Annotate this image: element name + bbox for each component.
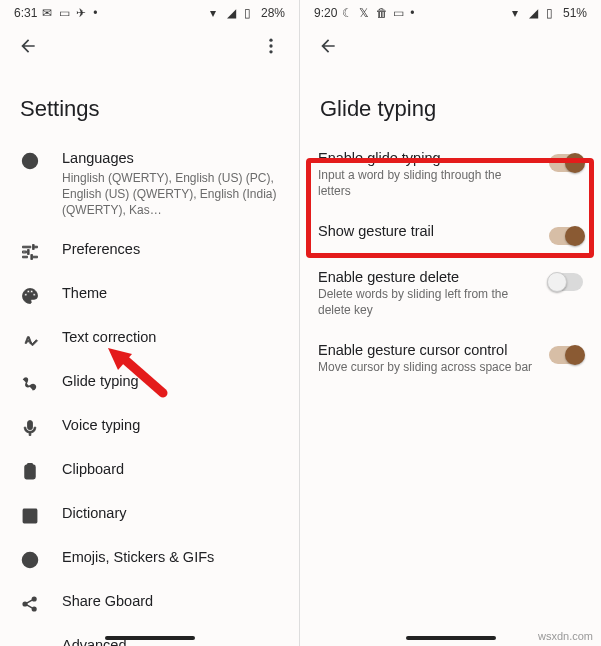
svg-point-8 <box>23 553 38 568</box>
wifi-icon: ▾ <box>210 7 222 19</box>
glide-typing-pane: 9:20 ☾ 𝕏 🗑 ▭ • ▾ ◢ ▯ 51% Glide typing <box>300 0 601 646</box>
switch[interactable] <box>549 154 583 172</box>
settings-item-dictionary[interactable]: Dictionary <box>0 493 299 537</box>
status-time: 6:31 <box>14 6 37 20</box>
arrow-back-icon <box>318 36 338 56</box>
calendar-icon: ▭ <box>59 7 71 19</box>
switch[interactable] <box>549 273 583 291</box>
row-subtitle: Delete words by sliding left from the de… <box>318 287 537 318</box>
book-icon <box>20 506 40 526</box>
page-title: Glide typing <box>300 68 601 138</box>
toggle-enable-gesture-cursor[interactable]: Enable gesture cursor control Move curso… <box>300 330 601 388</box>
nav-pill[interactable] <box>105 636 195 640</box>
svg-point-11 <box>23 603 27 607</box>
settings-item-share[interactable]: Share Gboard <box>0 581 299 625</box>
settings-item-languages[interactable]: Languages Hinglish (QWERTY), English (US… <box>0 138 299 229</box>
trash-icon: 🗑 <box>376 7 388 19</box>
settings-item-emojis[interactable]: Emojis, Stickers & GIFs <box>0 537 299 581</box>
row-subtitle: Hinglish (QWERTY), English (US) (PC), En… <box>62 170 279 219</box>
row-title: Glide typing <box>62 372 279 391</box>
settings-item-clipboard[interactable]: Clipboard <box>0 449 299 493</box>
row-title: Preferences <box>62 240 279 259</box>
row-title: Dictionary <box>62 504 279 523</box>
palette-icon <box>20 286 40 306</box>
app-bar <box>300 22 601 68</box>
clipboard-icon <box>20 462 40 482</box>
moon-icon: ☾ <box>342 7 354 19</box>
svg-line-15 <box>27 605 33 608</box>
nav-pill[interactable] <box>406 636 496 640</box>
emoji-icon <box>20 550 40 570</box>
app-bar <box>0 22 299 68</box>
toggle-show-gesture-trail[interactable]: Show gesture trail <box>300 211 601 257</box>
row-title: Text correction <box>62 328 279 347</box>
row-subtitle: Input a word by sliding through the lett… <box>318 168 537 199</box>
svg-point-2 <box>269 50 272 53</box>
folder-icon: ▭ <box>393 7 405 19</box>
page-title: Settings <box>0 68 299 138</box>
status-battery: 51% <box>563 6 587 20</box>
svg-point-9 <box>27 558 29 560</box>
row-title: Enable gesture delete <box>318 269 537 285</box>
status-bar: 9:20 ☾ 𝕏 🗑 ▭ • ▾ ◢ ▯ 51% <box>300 0 601 22</box>
row-title: Emojis, Stickers & GIFs <box>62 548 279 567</box>
row-title: Clipboard <box>62 460 279 479</box>
svg-point-12 <box>32 598 36 602</box>
wifi-icon: ▾ <box>512 7 524 19</box>
settings-item-text-correction[interactable]: Text correction <box>0 317 299 361</box>
row-title: Show gesture trail <box>318 223 537 239</box>
row-title: Share Gboard <box>62 592 279 611</box>
tune-icon <box>20 242 40 262</box>
svg-point-13 <box>32 608 36 612</box>
row-title: Enable glide typing <box>318 150 537 166</box>
gesture-icon <box>20 374 40 394</box>
row-title: Languages <box>62 149 279 168</box>
svg-point-1 <box>269 44 272 47</box>
settings-item-preferences[interactable]: Preferences <box>0 229 299 273</box>
status-battery: 28% <box>261 6 285 20</box>
svg-point-0 <box>269 39 272 42</box>
battery-icon: ▯ <box>546 7 558 19</box>
status-bar: 6:31 ✉ ▭ ✈ • ▾ ◢ ▯ 28% <box>0 0 299 22</box>
watermark: wsxdn.com <box>538 630 593 642</box>
spellcheck-icon <box>20 330 40 350</box>
signal-icon: ◢ <box>529 7 541 19</box>
row-title: Voice typing <box>62 416 279 435</box>
twitter-icon: 𝕏 <box>359 7 371 19</box>
mic-icon <box>20 418 40 438</box>
svg-rect-5 <box>28 464 33 467</box>
back-button[interactable] <box>14 32 42 60</box>
switch[interactable] <box>549 227 583 245</box>
more-vert-icon <box>261 36 281 56</box>
switch[interactable] <box>549 346 583 364</box>
status-time: 9:20 <box>314 6 337 20</box>
signal-icon: ◢ <box>227 7 239 19</box>
row-title: Theme <box>62 284 279 303</box>
row-title: Enable gesture cursor control <box>318 342 537 358</box>
overflow-menu-button[interactable] <box>257 32 285 60</box>
back-button[interactable] <box>314 32 342 60</box>
toggle-enable-gesture-delete[interactable]: Enable gesture delete Delete words by sl… <box>300 257 601 330</box>
toggle-enable-glide-typing[interactable]: Enable glide typing Input a word by slid… <box>300 138 601 211</box>
message-icon: ✉ <box>42 7 54 19</box>
share-icon <box>20 594 40 614</box>
more-horiz-icon <box>20 638 40 646</box>
settings-item-theme[interactable]: Theme <box>0 273 299 317</box>
battery-icon: ▯ <box>244 7 256 19</box>
settings-item-voice-typing[interactable]: Voice typing <box>0 405 299 449</box>
settings-item-glide-typing[interactable]: Glide typing <box>0 361 299 405</box>
svg-line-14 <box>27 600 33 603</box>
dot-icon: • <box>410 7 422 19</box>
arrow-back-icon <box>18 36 38 56</box>
row-subtitle: Move cursor by sliding across space bar <box>318 360 537 376</box>
globe-icon <box>20 151 40 171</box>
dot-icon: • <box>93 7 105 19</box>
location-icon: ✈ <box>76 7 88 19</box>
settings-pane: 6:31 ✉ ▭ ✈ • ▾ ◢ ▯ 28% Settings <box>0 0 300 646</box>
svg-point-10 <box>32 558 34 560</box>
